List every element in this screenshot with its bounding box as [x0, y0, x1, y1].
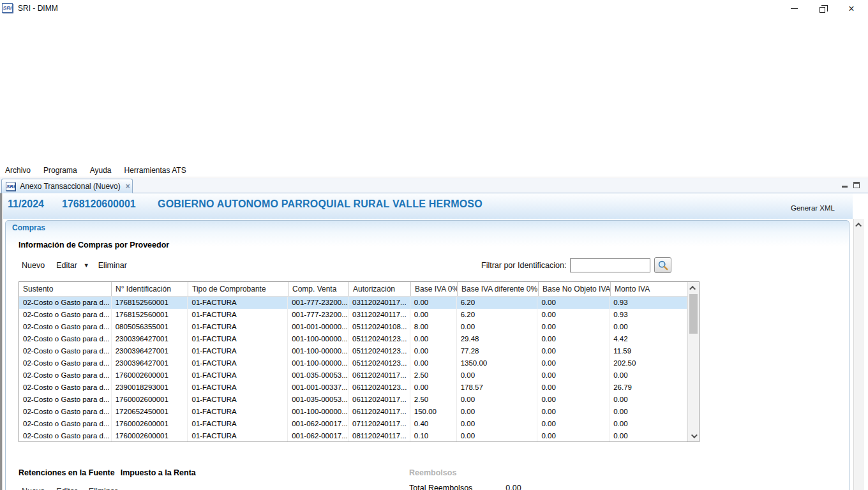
table-cell: 1760002600001 [112, 430, 188, 442]
table-cell: 0.00 [537, 406, 610, 418]
column-header[interactable]: Base No Objeto IVA [539, 282, 611, 296]
table-row[interactable]: 02-Costo o Gasto para d...17206524500010… [19, 406, 687, 418]
column-header[interactable]: Base IVA 0% [411, 282, 458, 296]
table-cell: 031120240117... [348, 297, 410, 309]
page-scrollbar[interactable] [853, 219, 864, 490]
table-cell: 202.50 [610, 357, 687, 369]
retenciones-title-part1: Retenciones en la Fuente [19, 468, 115, 477]
tab-close-icon[interactable]: × [126, 182, 130, 190]
retenciones-editar-button[interactable]: Editar [56, 487, 77, 490]
table-cell: 0.40 [410, 418, 457, 430]
reembolsos-title: Reembolsos [409, 468, 456, 477]
table-cell: 051120240108... [348, 321, 410, 333]
column-header[interactable]: N° Identificación [112, 282, 188, 296]
table-cell: 2390018293001 [112, 382, 188, 394]
menu-archivo[interactable]: Archivo [1, 165, 35, 176]
generar-xml-button[interactable]: Generar XML [791, 204, 835, 212]
pane-minimize-icon [842, 186, 848, 188]
pane-minimize-button[interactable] [840, 181, 849, 189]
screen: SRi SRI - DIMM × Archivo Programa Ayuda … [0, 0, 868, 490]
tab-anexo-transaccional[interactable]: SRi Anexo Transaccional (Nuevo) × [1, 179, 133, 193]
table-row[interactable]: 02-Costo o Gasto para d...23003964270010… [19, 357, 687, 369]
table-cell: 0.00 [610, 394, 687, 406]
chevron-up-icon [689, 285, 696, 292]
table-row[interactable]: 02-Costo o Gasto para d...17600026000010… [19, 418, 687, 430]
table-cell: 01-FACTURA [188, 418, 288, 430]
column-header[interactable]: Base IVA diferente 0% [458, 282, 539, 296]
table-cell: 1768152560001 [112, 309, 188, 321]
sri-logo-icon: SRi [6, 182, 15, 191]
window-restore-button[interactable] [812, 0, 832, 17]
scroll-up-button[interactable] [854, 219, 865, 230]
table-cell: 061120240117... [348, 406, 410, 418]
table-cell: 0805056355001 [112, 321, 188, 333]
table-cell: 071120240117... [348, 418, 410, 430]
close-icon: × [848, 4, 854, 14]
retenciones-eliminar-button[interactable]: Eliminar [89, 487, 117, 490]
table-cell: 0.00 [537, 382, 610, 394]
table-cell: 0.00 [457, 430, 538, 442]
nuevo-button[interactable]: Nuevo [22, 261, 45, 270]
table-scrollbar[interactable] [687, 282, 699, 442]
tabbar: SRi Anexo Transaccional (Nuevo) × [0, 178, 868, 193]
table-cell: 0.00 [537, 345, 610, 357]
magnifier-icon [657, 260, 669, 271]
menu-ayuda[interactable]: Ayuda [86, 165, 116, 176]
table-row[interactable]: 02-Costo o Gasto para d...17681525600010… [19, 309, 687, 321]
table-cell: 001-100-00000... [288, 345, 348, 357]
table-cell: 01-FACTURA [188, 357, 288, 369]
table-cell: 001-777-23200... [288, 297, 348, 309]
table-row[interactable]: 02-Costo o Gasto para d...23003964270010… [19, 345, 687, 357]
column-header[interactable]: Monto IVA [611, 282, 689, 296]
column-header[interactable]: Autorización [349, 282, 411, 296]
column-header[interactable]: Sustento [19, 282, 112, 296]
window-close-button[interactable]: × [841, 0, 862, 17]
table-cell: 0.00 [457, 406, 538, 418]
table-cell: 02-Costo o Gasto para d... [19, 406, 112, 418]
table-cell: 0.00 [537, 394, 610, 406]
filter-identificacion-input[interactable] [570, 258, 650, 272]
table-cell: 01-FACTURA [188, 309, 288, 321]
table-cell: 01-FACTURA [188, 321, 288, 333]
table-row[interactable]: 02-Costo o Gasto para d...17600026000010… [19, 394, 687, 406]
table-cell: 2300396427001 [112, 333, 188, 345]
table-row[interactable]: 02-Costo o Gasto para d...17600026000010… [19, 430, 687, 442]
total-reembolsos-label: Total Reembolsos [409, 484, 472, 490]
table-cell: 081120240117... [348, 430, 410, 442]
table-cell: 01-FACTURA [188, 333, 288, 345]
table-cell: 02-Costo o Gasto para d... [19, 345, 112, 357]
retenciones-nuevo-button[interactable]: Nuevo [22, 487, 45, 490]
column-header[interactable]: Tipo de Comprobante [188, 282, 288, 296]
table-scrollbar-thumb[interactable] [689, 294, 698, 334]
table-cell: 0.00 [610, 406, 687, 418]
pane-maximize-button[interactable] [851, 181, 861, 189]
table-row[interactable]: 02-Costo o Gasto para d...23900182930010… [19, 382, 687, 394]
editar-dropdown-icon[interactable]: ▼ [84, 262, 89, 269]
table-row[interactable]: 02-Costo o Gasto para d...17600026000010… [19, 369, 687, 382]
editar-button[interactable]: Editar [56, 261, 77, 270]
menu-programa[interactable]: Programa [39, 165, 82, 176]
table-cell: 1760002600001 [112, 369, 188, 382]
table-cell: 01-FACTURA [188, 406, 288, 418]
search-button[interactable] [654, 257, 671, 273]
table-scroll-up-button[interactable] [688, 282, 699, 293]
table-cell: 0.00 [537, 430, 610, 442]
table-row[interactable]: 02-Costo o Gasto para d...17681525600010… [19, 297, 687, 309]
taxpayer-name: GOBIERNO AUTONOMO PARROQUIAL RURAL VALLE… [158, 198, 483, 210]
table-cell: 0.00 [410, 309, 457, 321]
table-cell: 01-FACTURA [188, 394, 288, 406]
ruc-value: 1768120600001 [62, 198, 136, 210]
eliminar-button[interactable]: Eliminar [98, 261, 127, 270]
column-header[interactable]: Comp. Venta [288, 282, 349, 296]
menu-herramientas-ats[interactable]: Herramientas ATS [120, 165, 191, 176]
table-row[interactable]: 02-Costo o Gasto para d...08050563550010… [19, 321, 687, 333]
table-row[interactable]: 02-Costo o Gasto para d...23003964270010… [19, 333, 687, 345]
table-scroll-down-button[interactable] [688, 430, 699, 442]
table-cell: 01-FACTURA [188, 430, 288, 442]
window-minimize-button[interactable] [784, 0, 804, 17]
table-cell: 051120240123... [348, 333, 410, 345]
table-cell: 0.00 [410, 333, 457, 345]
table-cell: 0.00 [610, 418, 687, 430]
table-cell: 0.00 [610, 321, 687, 333]
table-cell: 001-100-00000... [288, 357, 348, 369]
